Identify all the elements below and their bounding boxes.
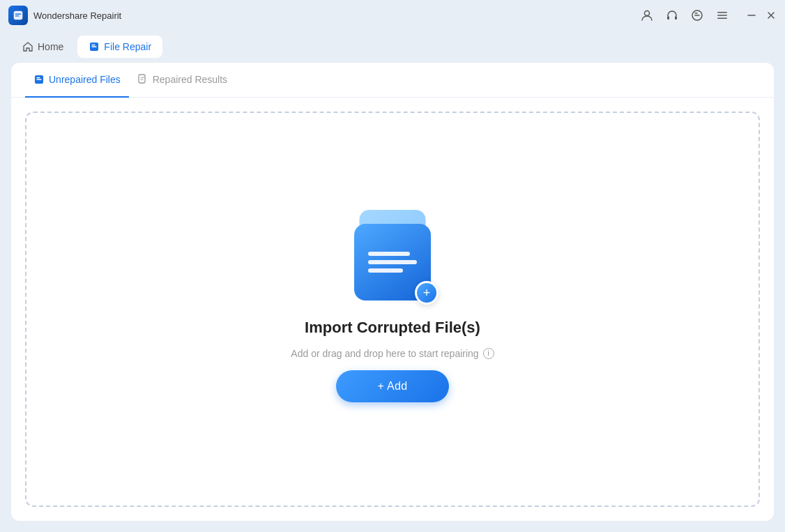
svg-rect-2	[667, 16, 669, 20]
sub-tab-repaired[interactable]: Repaired Results	[129, 63, 236, 98]
svg-rect-7	[717, 18, 727, 20]
svg-point-1	[645, 11, 650, 16]
info-icon[interactable]: i	[483, 348, 494, 359]
chat-icon[interactable]	[690, 8, 704, 22]
add-badge: +	[415, 281, 439, 305]
minimize-button[interactable]	[746, 10, 757, 21]
app-icon	[8, 6, 28, 25]
close-button[interactable]	[765, 10, 777, 21]
tab-home[interactable]: Home	[11, 36, 75, 58]
import-title: Import Corrupted File(s)	[305, 319, 480, 337]
unrepaired-icon	[33, 74, 45, 85]
headphone-icon[interactable]	[665, 8, 679, 22]
file-repair-icon	[89, 41, 100, 52]
main-content: Unrepaired Files Repaired Results	[11, 63, 774, 521]
add-badge-plus: +	[417, 283, 436, 303]
add-button[interactable]: + Add	[336, 370, 450, 402]
title-bar-right	[640, 8, 777, 22]
file-line-3	[368, 268, 403, 273]
svg-rect-13	[139, 75, 145, 83]
drop-zone[interactable]: + Import Corrupted File(s) Add or drag a…	[25, 112, 760, 507]
tab-file-repair[interactable]: File Repair	[77, 36, 162, 58]
sub-tab-unrepaired-label: Unrepaired Files	[49, 74, 121, 85]
title-bar-left: Wondershare Repairit	[8, 6, 121, 25]
file-lines	[363, 246, 422, 278]
sub-tabs: Unrepaired Files Repaired Results	[11, 63, 774, 98]
menu-icon[interactable]	[715, 8, 729, 22]
svg-rect-3	[675, 16, 677, 20]
import-subtitle-text: Add or drag and drop here to start repai…	[291, 348, 478, 359]
import-subtitle: Add or drag and drop here to start repai…	[291, 348, 494, 359]
app-name: Wondershare Repairit	[33, 10, 121, 21]
file-illustration: +	[344, 217, 441, 307]
svg-rect-6	[717, 15, 727, 16]
file-line-2	[368, 260, 417, 264]
nav-bar: Home File Repair	[0, 31, 785, 63]
file-line-1	[368, 252, 410, 256]
svg-rect-0	[14, 11, 23, 20]
tab-home-label: Home	[38, 41, 63, 52]
svg-rect-5	[717, 12, 727, 13]
window-controls	[746, 10, 777, 21]
user-icon[interactable]	[640, 8, 654, 22]
sub-tab-repaired-label: Repaired Results	[153, 74, 227, 85]
home-icon	[22, 41, 33, 52]
sub-tab-unrepaired[interactable]: Unrepaired Files	[25, 63, 129, 98]
drop-zone-content: + Import Corrupted File(s) Add or drag a…	[291, 217, 494, 402]
repaired-icon	[137, 74, 148, 85]
title-bar: Wondershare Repairit	[0, 0, 785, 31]
tab-file-repair-label: File Repair	[104, 41, 151, 52]
